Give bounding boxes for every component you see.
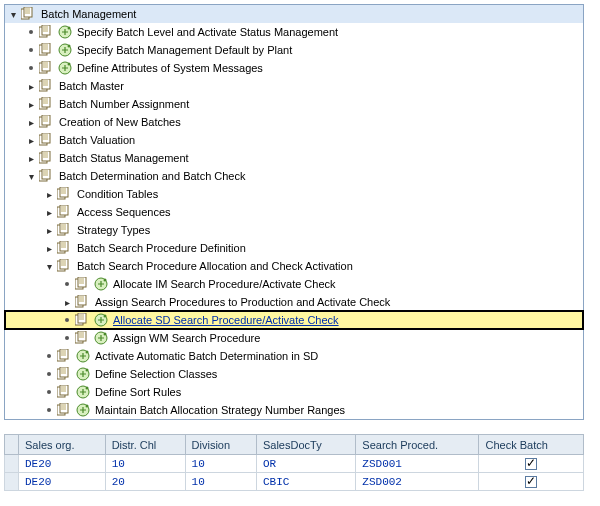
tree-node-batch-management[interactable]: ▾ Batch Management bbox=[5, 5, 583, 23]
cell-division[interactable]: 10 bbox=[185, 473, 256, 491]
expand-icon[interactable]: ▸ bbox=[61, 296, 73, 308]
tree-node[interactable]: ▸ Condition Tables bbox=[5, 185, 583, 203]
document-icon bbox=[39, 97, 55, 111]
node-label: Strategy Types bbox=[75, 223, 150, 237]
document-icon bbox=[57, 223, 73, 237]
col-sales-org[interactable]: Sales org. bbox=[19, 435, 106, 455]
tree-node[interactable]: Define Selection Classes bbox=[5, 365, 583, 383]
table-row[interactable]: DE20 20 10 CBIC ZSD002 bbox=[5, 473, 584, 491]
cell-sales-org[interactable]: DE20 bbox=[19, 455, 106, 473]
tree-node[interactable]: Allocate IM Search Procedure/Activate Ch… bbox=[5, 275, 583, 293]
collapse-icon[interactable]: ▾ bbox=[7, 8, 19, 20]
document-icon bbox=[57, 349, 73, 363]
leaf-icon bbox=[25, 62, 37, 74]
activity-icon[interactable] bbox=[75, 385, 91, 399]
tree-node[interactable]: Define Attributes of System Messages bbox=[5, 59, 583, 77]
leaf-icon bbox=[43, 404, 55, 416]
col-salesdocty[interactable]: SalesDocTy bbox=[256, 435, 355, 455]
tree-node[interactable]: Specify Batch Management Default by Plan… bbox=[5, 41, 583, 59]
cell-sales-org[interactable]: DE20 bbox=[19, 473, 106, 491]
tree-node[interactable]: ▸ Batch Search Procedure Definition bbox=[5, 239, 583, 257]
node-label: Assign Search Procedures to Production a… bbox=[93, 295, 390, 309]
row-selector-header bbox=[5, 435, 19, 455]
node-label: Batch Search Procedure Definition bbox=[75, 241, 246, 255]
expand-icon[interactable]: ▸ bbox=[25, 80, 37, 92]
node-label[interactable]: Allocate SD Search Procedure/Activate Ch… bbox=[111, 313, 339, 327]
checkbox-icon[interactable] bbox=[525, 476, 537, 488]
activity-icon[interactable] bbox=[93, 331, 109, 345]
expand-icon[interactable]: ▸ bbox=[25, 116, 37, 128]
node-label: Batch Number Assignment bbox=[57, 97, 189, 111]
collapse-icon[interactable]: ▾ bbox=[25, 170, 37, 182]
cell-search-proc[interactable]: ZSD002 bbox=[356, 473, 479, 491]
document-icon bbox=[57, 241, 73, 255]
cell-salesdocty[interactable]: CBIC bbox=[256, 473, 355, 491]
tree-node[interactable]: Define Sort Rules bbox=[5, 383, 583, 401]
cell-distr-chl[interactable]: 20 bbox=[105, 473, 185, 491]
expand-icon[interactable]: ▸ bbox=[43, 188, 55, 200]
tree-node[interactable]: Maintain Batch Allocation Strategy Numbe… bbox=[5, 401, 583, 419]
node-label: Specify Batch Management Default by Plan… bbox=[75, 43, 292, 57]
activity-icon[interactable] bbox=[57, 61, 73, 75]
activity-icon[interactable] bbox=[75, 403, 91, 417]
tree-node[interactable]: ▸ Batch Valuation bbox=[5, 131, 583, 149]
row-selector[interactable] bbox=[5, 455, 19, 473]
tree-node-search-proc-alloc[interactable]: ▾ Batch Search Procedure Allocation and … bbox=[5, 257, 583, 275]
checkbox-icon[interactable] bbox=[525, 458, 537, 470]
document-icon bbox=[39, 79, 55, 93]
document-icon bbox=[21, 7, 37, 21]
tree-node[interactable]: Specify Batch Level and Activate Status … bbox=[5, 23, 583, 41]
tree-node[interactable]: Activate Automatic Batch Determination i… bbox=[5, 347, 583, 365]
tree-node[interactable]: ▸ Assign Search Procedures to Production… bbox=[5, 293, 583, 311]
node-label: Batch Determination and Batch Check bbox=[57, 169, 246, 183]
document-icon bbox=[75, 331, 91, 345]
tree-node[interactable]: ▸ Batch Number Assignment bbox=[5, 95, 583, 113]
tree-node[interactable]: ▸ Strategy Types bbox=[5, 221, 583, 239]
tree-node-batch-determination[interactable]: ▾ Batch Determination and Batch Check bbox=[5, 167, 583, 185]
collapse-icon[interactable]: ▾ bbox=[43, 260, 55, 272]
table-header-row: Sales org. Distr. Chl Division SalesDocT… bbox=[5, 435, 584, 455]
col-distr-chl[interactable]: Distr. Chl bbox=[105, 435, 185, 455]
document-icon bbox=[39, 133, 55, 147]
document-icon bbox=[57, 367, 73, 381]
tree-node-allocate-sd[interactable]: Allocate SD Search Procedure/Activate Ch… bbox=[5, 311, 583, 329]
col-check-batch[interactable]: Check Batch bbox=[479, 435, 584, 455]
activity-icon[interactable] bbox=[93, 313, 109, 327]
leaf-icon bbox=[43, 368, 55, 380]
activity-icon[interactable] bbox=[57, 25, 73, 39]
node-label: Allocate IM Search Procedure/Activate Ch… bbox=[111, 277, 336, 291]
activity-icon[interactable] bbox=[75, 349, 91, 363]
col-search-proc[interactable]: Search Proced. bbox=[356, 435, 479, 455]
tree-node[interactable]: ▸ Batch Master bbox=[5, 77, 583, 95]
expand-icon[interactable]: ▸ bbox=[43, 206, 55, 218]
cell-check-batch[interactable] bbox=[479, 455, 584, 473]
table-row[interactable]: DE20 10 10 OR ZSD001 bbox=[5, 455, 584, 473]
expand-icon[interactable]: ▸ bbox=[43, 224, 55, 236]
tree-node[interactable]: ▸ Batch Status Management bbox=[5, 149, 583, 167]
activity-icon[interactable] bbox=[57, 43, 73, 57]
node-label: Specify Batch Level and Activate Status … bbox=[75, 25, 338, 39]
leaf-icon bbox=[25, 26, 37, 38]
activity-icon[interactable] bbox=[75, 367, 91, 381]
expand-icon[interactable]: ▸ bbox=[25, 134, 37, 146]
activity-icon[interactable] bbox=[93, 277, 109, 291]
tree-node[interactable]: ▸ Creation of New Batches bbox=[5, 113, 583, 131]
node-label: Batch Valuation bbox=[57, 133, 135, 147]
expand-icon[interactable]: ▸ bbox=[25, 152, 37, 164]
tree-node[interactable]: Assign WM Search Procedure bbox=[5, 329, 583, 347]
cell-search-proc[interactable]: ZSD001 bbox=[356, 455, 479, 473]
col-division[interactable]: Division bbox=[185, 435, 256, 455]
expand-icon[interactable]: ▸ bbox=[43, 242, 55, 254]
tree-node[interactable]: ▸ Access Sequences bbox=[5, 203, 583, 221]
document-icon bbox=[39, 43, 55, 57]
leaf-icon bbox=[61, 332, 73, 344]
row-selector[interactable] bbox=[5, 473, 19, 491]
node-label: Define Attributes of System Messages bbox=[75, 61, 263, 75]
node-label: Condition Tables bbox=[75, 187, 158, 201]
cell-distr-chl[interactable]: 10 bbox=[105, 455, 185, 473]
cell-check-batch[interactable] bbox=[479, 473, 584, 491]
cell-salesdocty[interactable]: OR bbox=[256, 455, 355, 473]
expand-icon[interactable]: ▸ bbox=[25, 98, 37, 110]
leaf-icon bbox=[43, 350, 55, 362]
cell-division[interactable]: 10 bbox=[185, 455, 256, 473]
